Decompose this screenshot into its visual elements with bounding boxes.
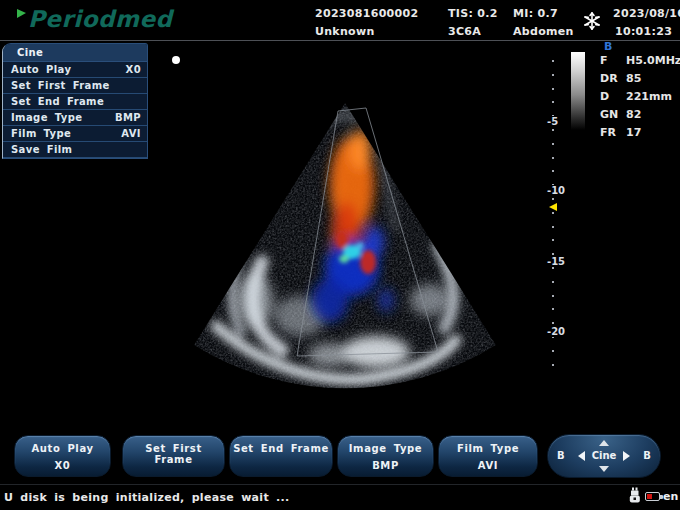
battery-level-low: [647, 494, 652, 499]
status-message: U disk is being initialized, please wait…: [4, 491, 290, 504]
param-dynamic-range: DR85: [600, 72, 641, 85]
probe-model: 3C6A: [448, 25, 481, 38]
menu-item-film-type[interactable]: Film Type AVI: [3, 126, 147, 142]
param-frequency: FH5.0MHz: [600, 54, 680, 67]
mi-value: MI: 0.7: [513, 7, 558, 20]
menu-item-set-end-frame[interactable]: Set End Frame: [3, 94, 147, 110]
status-bar: U disk is being initialized, please wait…: [0, 484, 680, 510]
exam-preset: Abdomen: [513, 25, 574, 38]
depth-label-20: -20: [545, 326, 567, 337]
patient-name: Unknown: [315, 25, 375, 38]
menu-item-auto-play[interactable]: Auto Play X0: [3, 62, 147, 78]
tis-value: TIS: 0.2: [448, 7, 498, 20]
menu-item-save-film[interactable]: Save Film: [3, 142, 147, 158]
ultrasound-image: [150, 45, 550, 435]
cine-context-menu: Cine Auto Play X0 Set First Frame Set En…: [2, 43, 148, 159]
chevron-down-icon[interactable]: [599, 466, 609, 472]
grayscale-map-bar: [571, 52, 585, 130]
softkey-set-end-frame[interactable]: Set End Frame: [229, 435, 333, 477]
softkey-film-type[interactable]: Film Type AVI: [438, 435, 538, 477]
system-time: 10:01:23: [615, 25, 672, 38]
ultrasound-screen: Periodmed 2023081600002 Unknown TIS: 0.2…: [0, 0, 680, 510]
softkey-set-first-frame[interactable]: Set First Frame: [122, 435, 225, 477]
logo-play-icon: [17, 9, 26, 18]
brand-logo: Periodmed: [28, 6, 172, 32]
language-indicator[interactable]: en: [663, 490, 678, 503]
nav-left-mode-label[interactable]: B: [557, 450, 565, 461]
depth-label-10: -10: [545, 185, 567, 196]
depth-label-5: -5: [545, 116, 560, 127]
softkey-auto-play[interactable]: Auto Play X0: [14, 435, 111, 477]
chevron-left-icon[interactable]: [578, 451, 585, 461]
mode-label: B: [604, 40, 612, 53]
focus-position-marker: [549, 203, 557, 211]
softkey-image-type[interactable]: Image Type BMP: [337, 435, 434, 477]
nav-center-label: Cine: [592, 450, 617, 461]
orientation-dot-marker: [172, 56, 180, 64]
usb-icon: [628, 487, 641, 504]
menu-item-set-first-frame[interactable]: Set First Frame: [3, 78, 147, 94]
freeze-snowflake-icon: [582, 11, 602, 31]
cine-nav-pad[interactable]: B Cine B: [547, 434, 661, 478]
menu-title: Cine: [3, 44, 147, 62]
chevron-right-icon[interactable]: [623, 451, 630, 461]
nav-right-mode-label[interactable]: B: [643, 450, 651, 461]
param-depth: D221mm: [600, 90, 672, 103]
top-bar: Periodmed 2023081600002 Unknown TIS: 0.2…: [0, 0, 680, 41]
exam-id: 2023081600002: [315, 7, 418, 20]
battery-icon: [645, 492, 660, 501]
system-date: 2023/08/16: [613, 7, 680, 20]
param-frame-rate: FR17: [600, 126, 641, 139]
param-gain: GN82: [600, 108, 641, 121]
menu-item-image-type[interactable]: Image Type BMP: [3, 110, 147, 126]
chevron-up-icon[interactable]: [599, 440, 609, 446]
depth-label-15: -15: [545, 256, 567, 267]
